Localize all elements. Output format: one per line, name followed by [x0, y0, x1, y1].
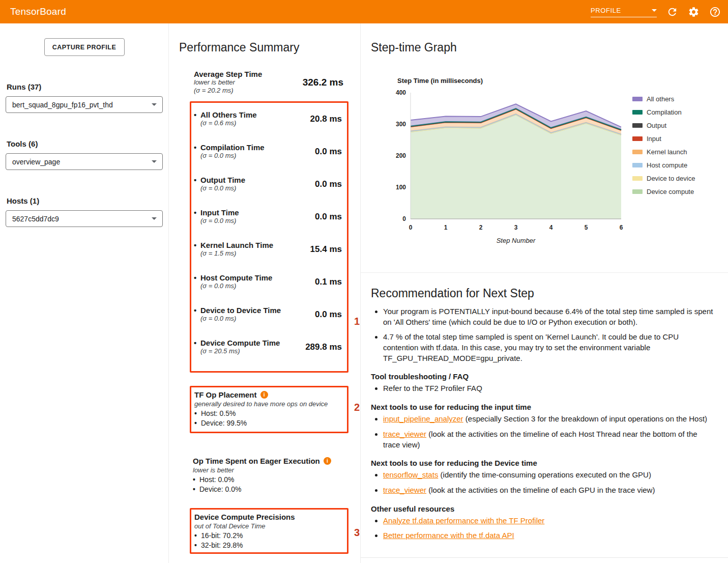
- legend-label: Device to device: [647, 175, 695, 182]
- metric-row: •Compilation Time(σ = 0.0 ms)0.0 ms: [194, 143, 342, 160]
- metric-value: 289.8 ms: [305, 342, 342, 352]
- performance-summary-panel: Performance Summary Average Step Time lo…: [169, 23, 361, 563]
- legend-item-input: Input: [632, 135, 695, 143]
- eager-execution-items: •Host: 0.0%•Device: 0.0%: [193, 475, 344, 494]
- recommendation-heading: Next tools to use for reducing the Devic…: [371, 459, 715, 467]
- recommendation-link[interactable]: tensorflow_stats: [383, 470, 438, 479]
- legend-label: All others: [647, 95, 674, 103]
- metric-row: •Output Time(σ = 0.0 ms)0.0 ms: [194, 176, 342, 192]
- legend-swatch: [632, 136, 643, 141]
- metric-sigma: (σ = 0.0 ms): [200, 282, 311, 290]
- step-time-graph-section: Step-time Graph Step Time (in millisecon…: [361, 23, 728, 273]
- info-icon[interactable]: i: [324, 457, 331, 465]
- metric-label: •Device Compute Time: [194, 339, 301, 347]
- svg-text:3: 3: [514, 224, 518, 231]
- hosts-select-value: 5627c5dd7dc9: [12, 215, 59, 223]
- runs-select[interactable]: bert_squad_8gpu_fp16_pvt_thd: [6, 96, 163, 113]
- legend-swatch: [632, 189, 643, 194]
- chevron-down-icon: [152, 103, 157, 106]
- recommendation-link[interactable]: Better performance with the tf.data API: [383, 531, 514, 540]
- annotation-number-2: 2: [354, 402, 360, 413]
- settings-icon[interactable]: [687, 6, 700, 18]
- metric-label: •Kernel Launch Time: [194, 241, 306, 249]
- recommendation-heading: Tool troubleshooting / FAQ: [371, 372, 715, 381]
- recommendation-link[interactable]: trace_viewer: [383, 430, 426, 438]
- metric-sigma: (σ = 0.0 ms): [200, 217, 311, 225]
- annotation-number-1: 1: [354, 316, 360, 327]
- tools-label: Tools (6): [7, 139, 163, 148]
- tools-select[interactable]: overview_page: [6, 153, 163, 170]
- legend-label: Kernel launch: [647, 148, 687, 156]
- legend-swatch: [632, 163, 643, 167]
- refresh-icon[interactable]: [666, 6, 678, 18]
- metric-value: 0.0 ms: [315, 147, 342, 157]
- recommendation-item: Better performance with the tf.data API: [383, 530, 715, 541]
- metric-row: •Input Time(σ = 0.0 ms)0.0 ms: [194, 208, 342, 225]
- legend-item-all-others: All others: [632, 95, 695, 103]
- dashboard-selector-value: PROFILE: [591, 7, 621, 14]
- chevron-down-icon: [152, 217, 157, 220]
- legend-label: Host compute: [647, 161, 687, 169]
- metric-label: •Compilation Time: [194, 143, 311, 152]
- legend-item-device-compute: Device compute: [632, 188, 695, 195]
- main-layout: CAPTURE PROFILE Runs (37) bert_squad_8gp…: [0, 23, 728, 563]
- average-step-time-row: Average Step Time lower is better (σ = 2…: [190, 70, 348, 95]
- metric-row: •All Others Time(σ = 0.6 ms)20.8 ms: [194, 110, 342, 127]
- device-precisions-title: Device Compute Precisions: [194, 513, 295, 521]
- metric-label: •All Others Time: [194, 110, 306, 119]
- recommendation-list: tensorflow_stats (identify the time-cons…: [371, 470, 715, 495]
- recommendation-list: input_pipeline_analyzer (especially Sect…: [371, 414, 715, 450]
- legend-item-host-compute: Host compute: [632, 161, 695, 169]
- stat-item: •16-bit: 70.2%: [194, 531, 343, 541]
- recommendation-section: Recommendation for Next Step Your progra…: [361, 273, 728, 546]
- stat-item: •Host: 0.5%: [194, 409, 343, 418]
- metric-sigma: (σ = 0.6 ms): [200, 119, 306, 127]
- recommendation-list: Refer to the TF2 Profiler FAQ: [371, 383, 715, 394]
- dashboard-selector[interactable]: PROFILE: [591, 7, 657, 17]
- stat-item: •Device: 0.0%: [193, 485, 344, 494]
- bottom-divider: [361, 557, 728, 558]
- chart-legend: All othersCompilationOutputInputKernel l…: [632, 95, 695, 247]
- recommendation-link[interactable]: trace_viewer: [383, 486, 426, 494]
- metric-value: 0.0 ms: [315, 212, 342, 222]
- topbar: TensorBoard PROFILE: [0, 0, 728, 23]
- recommendation-item: input_pipeline_analyzer (especially Sect…: [383, 414, 715, 425]
- svg-text:Step Number: Step Number: [497, 237, 536, 244]
- svg-text:100: 100: [396, 184, 406, 191]
- legend-label: Input: [647, 135, 661, 143]
- legend-swatch: [632, 150, 643, 154]
- annotation-box-1: •All Others Time(σ = 0.6 ms)20.8 ms•Comp…: [190, 101, 348, 373]
- recommendation-link[interactable]: input_pipeline_analyzer: [383, 414, 463, 423]
- metric-value: 15.4 ms: [310, 244, 342, 255]
- svg-text:5: 5: [585, 224, 588, 231]
- svg-text:1: 1: [444, 224, 448, 231]
- help-icon[interactable]: [709, 6, 721, 18]
- metric-value: 0.1 ms: [315, 277, 342, 287]
- recommendation-item: trace_viewer (look at the activities on …: [383, 485, 715, 496]
- legend-label: Output: [647, 122, 666, 129]
- metric-sigma: (σ = 0.0 ms): [200, 152, 311, 160]
- step-time-chart: Step Time (in milliseconds) 010020030040…: [386, 77, 728, 247]
- recommendation-heading: Other useful resources: [371, 504, 715, 513]
- svg-text:300: 300: [396, 121, 406, 128]
- capture-profile-button[interactable]: CAPTURE PROFILE: [44, 38, 125, 56]
- legend-item-kernel-launch: Kernel launch: [632, 148, 695, 156]
- hosts-select[interactable]: 5627c5dd7dc9: [6, 210, 163, 227]
- recommendation-item: Analyze tf.data performance with the TF …: [383, 516, 715, 526]
- legend-item-compilation: Compilation: [632, 108, 695, 116]
- metric-sigma: (σ = 1.5 ms): [200, 249, 306, 258]
- recommendation-link[interactable]: Analyze tf.data performance with the TF …: [383, 516, 544, 525]
- stat-item: •32-bit: 29.8%: [194, 541, 343, 550]
- device-precisions-note: out of Total Device Time: [194, 522, 343, 530]
- chart-title: Step Time (in milliseconds): [397, 77, 625, 85]
- svg-text:0: 0: [409, 224, 413, 231]
- metrics-list: •All Others Time(σ = 0.6 ms)20.8 ms•Comp…: [191, 103, 347, 355]
- average-step-time-note: lower is better: [194, 78, 299, 87]
- legend-label: Device compute: [647, 188, 694, 195]
- metric-sigma: (σ = 0.0 ms): [200, 184, 311, 192]
- recommendation-item: tensorflow_stats (identify the time-cons…: [383, 470, 715, 481]
- legend-item-output: Output: [632, 122, 695, 129]
- topbar-actions: PROFILE: [591, 6, 721, 18]
- info-icon[interactable]: i: [260, 391, 268, 399]
- tools-select-value: overview_page: [12, 158, 60, 166]
